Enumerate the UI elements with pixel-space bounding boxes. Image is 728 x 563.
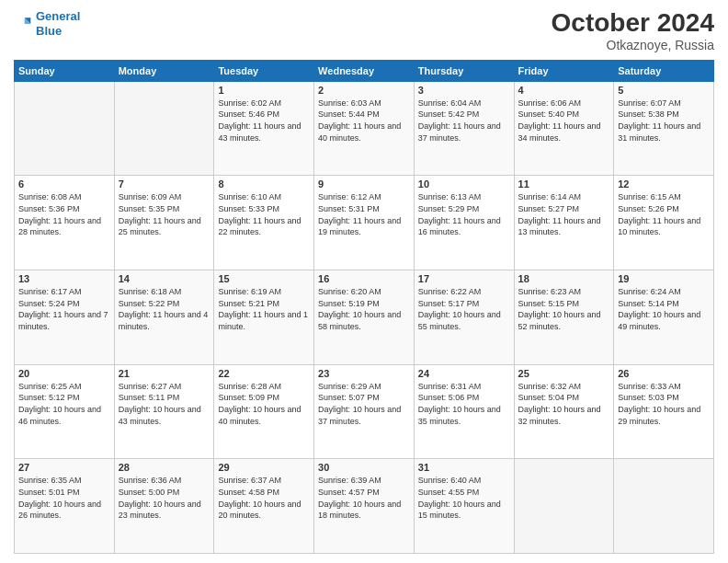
day-number: 27: [18, 462, 110, 473]
day-number: 8: [218, 178, 310, 190]
day-number: 3: [418, 85, 510, 96]
day-number: 23: [318, 368, 410, 379]
day-info: Sunrise: 6:17 AMSunset: 5:24 PMDaylight:…: [18, 286, 110, 332]
header-monday: Monday: [114, 60, 214, 81]
header-sunday: Sunday: [15, 60, 115, 81]
day-cell-0-1: [114, 81, 214, 176]
day-cell-2-3: 16 Sunrise: 6:20 AMSunset: 5:19 PMDaylig…: [314, 270, 415, 365]
day-info: Sunrise: 6:28 AMSunset: 5:09 PMDaylight:…: [218, 381, 310, 427]
day-number: 6: [18, 178, 110, 190]
day-cell-1-3: 9 Sunrise: 6:12 AMSunset: 5:31 PMDayligh…: [314, 176, 415, 270]
day-info: Sunrise: 6:06 AMSunset: 5:40 PMDaylight:…: [518, 98, 610, 144]
day-info: Sunrise: 6:35 AMSunset: 5:01 PMDaylight:…: [18, 475, 110, 521]
day-info: Sunrise: 6:10 AMSunset: 5:33 PMDaylight:…: [218, 191, 310, 237]
day-number: 28: [119, 462, 210, 473]
day-cell-4-1: 28 Sunrise: 6:36 AMSunset: 5:00 PMDaylig…: [114, 459, 214, 554]
day-number: 24: [418, 368, 510, 379]
day-number: 14: [119, 273, 210, 284]
header-wednesday: Wednesday: [314, 60, 415, 81]
day-info: Sunrise: 6:14 AMSunset: 5:27 PMDaylight:…: [518, 191, 610, 237]
day-number: 19: [618, 273, 710, 284]
day-cell-2-4: 17 Sunrise: 6:22 AMSunset: 5:17 PMDaylig…: [414, 270, 514, 365]
day-cell-2-0: 13 Sunrise: 6:17 AMSunset: 5:24 PMDaylig…: [15, 270, 115, 365]
day-number: 10: [418, 178, 510, 190]
day-info: Sunrise: 6:12 AMSunset: 5:31 PMDaylight:…: [318, 191, 410, 237]
day-info: Sunrise: 6:29 AMSunset: 5:07 PMDaylight:…: [318, 381, 410, 427]
day-info: Sunrise: 6:32 AMSunset: 5:04 PMDaylight:…: [518, 381, 610, 427]
day-cell-2-2: 15 Sunrise: 6:19 AMSunset: 5:21 PMDaylig…: [214, 270, 314, 365]
day-number: 18: [518, 273, 610, 284]
day-number: 17: [418, 273, 510, 284]
day-cell-0-6: 5 Sunrise: 6:07 AMSunset: 5:38 PMDayligh…: [614, 81, 714, 176]
page: General Blue October 2024 Otkaznoye, Rus…: [0, 0, 728, 563]
day-cell-2-6: 19 Sunrise: 6:24 AMSunset: 5:14 PMDaylig…: [614, 270, 714, 365]
day-cell-2-1: 14 Sunrise: 6:18 AMSunset: 5:22 PMDaylig…: [114, 270, 214, 365]
day-cell-3-0: 20 Sunrise: 6:25 AMSunset: 5:12 PMDaylig…: [15, 364, 115, 459]
day-number: 31: [418, 462, 510, 473]
day-cell-3-4: 24 Sunrise: 6:31 AMSunset: 5:06 PMDaylig…: [414, 364, 514, 459]
day-info: Sunrise: 6:09 AMSunset: 5:35 PMDaylight:…: [119, 191, 210, 237]
day-number: 30: [318, 462, 410, 473]
day-info: Sunrise: 6:19 AMSunset: 5:21 PMDaylight:…: [218, 286, 310, 332]
logo: General Blue: [14, 9, 80, 38]
day-cell-0-0: [15, 81, 115, 176]
day-info: Sunrise: 6:20 AMSunset: 5:19 PMDaylight:…: [318, 286, 410, 332]
title-block: October 2024 Otkaznoye, Russia: [552, 9, 714, 52]
day-number: 4: [518, 85, 610, 96]
day-info: Sunrise: 6:25 AMSunset: 5:12 PMDaylight:…: [18, 381, 110, 427]
day-number: 16: [318, 273, 410, 284]
day-info: Sunrise: 6:04 AMSunset: 5:42 PMDaylight:…: [418, 98, 510, 144]
logo-icon: [14, 15, 32, 33]
day-info: Sunrise: 6:40 AMSunset: 4:55 PMDaylight:…: [418, 475, 510, 521]
weekday-header-row: Sunday Monday Tuesday Wednesday Thursday…: [15, 60, 714, 81]
header-thursday: Thursday: [414, 60, 514, 81]
day-cell-1-6: 12 Sunrise: 6:15 AMSunset: 5:26 PMDaylig…: [614, 176, 714, 270]
day-number: 7: [119, 178, 210, 190]
day-info: Sunrise: 6:36 AMSunset: 5:00 PMDaylight:…: [119, 475, 210, 521]
day-info: Sunrise: 6:22 AMSunset: 5:17 PMDaylight:…: [418, 286, 510, 332]
day-info: Sunrise: 6:23 AMSunset: 5:15 PMDaylight:…: [518, 286, 610, 332]
day-cell-1-2: 8 Sunrise: 6:10 AMSunset: 5:33 PMDayligh…: [214, 176, 314, 270]
week-row-4: 27 Sunrise: 6:35 AMSunset: 5:01 PMDaylig…: [15, 459, 714, 554]
week-row-3: 20 Sunrise: 6:25 AMSunset: 5:12 PMDaylig…: [15, 364, 714, 459]
header-friday: Friday: [514, 60, 614, 81]
day-cell-3-1: 21 Sunrise: 6:27 AMSunset: 5:11 PMDaylig…: [114, 364, 214, 459]
month-year: October 2024: [552, 9, 714, 38]
header-saturday: Saturday: [614, 60, 714, 81]
logo-general: General: [36, 9, 80, 23]
header-tuesday: Tuesday: [214, 60, 314, 81]
day-number: 21: [119, 368, 210, 379]
week-row-2: 13 Sunrise: 6:17 AMSunset: 5:24 PMDaylig…: [15, 270, 714, 365]
week-row-0: 1 Sunrise: 6:02 AMSunset: 5:46 PMDayligh…: [15, 81, 714, 176]
day-cell-3-2: 22 Sunrise: 6:28 AMSunset: 5:09 PMDaylig…: [214, 364, 314, 459]
day-number: 29: [218, 462, 310, 473]
day-cell-0-3: 2 Sunrise: 6:03 AMSunset: 5:44 PMDayligh…: [314, 81, 415, 176]
day-number: 26: [618, 368, 710, 379]
day-info: Sunrise: 6:37 AMSunset: 4:58 PMDaylight:…: [218, 475, 310, 521]
day-number: 13: [18, 273, 110, 284]
day-info: Sunrise: 6:15 AMSunset: 5:26 PMDaylight:…: [618, 191, 710, 237]
day-cell-1-1: 7 Sunrise: 6:09 AMSunset: 5:35 PMDayligh…: [114, 176, 214, 270]
day-cell-0-2: 1 Sunrise: 6:02 AMSunset: 5:46 PMDayligh…: [214, 81, 314, 176]
day-number: 1: [218, 85, 310, 96]
header: General Blue October 2024 Otkaznoye, Rus…: [14, 9, 714, 52]
day-cell-1-4: 10 Sunrise: 6:13 AMSunset: 5:29 PMDaylig…: [414, 176, 514, 270]
day-number: 11: [518, 178, 610, 190]
day-number: 5: [618, 85, 710, 96]
day-cell-4-2: 29 Sunrise: 6:37 AMSunset: 4:58 PMDaylig…: [214, 459, 314, 554]
day-cell-0-5: 4 Sunrise: 6:06 AMSunset: 5:40 PMDayligh…: [514, 81, 614, 176]
day-number: 12: [618, 178, 710, 190]
day-number: 20: [18, 368, 110, 379]
day-cell-0-4: 3 Sunrise: 6:04 AMSunset: 5:42 PMDayligh…: [414, 81, 514, 176]
day-cell-2-5: 18 Sunrise: 6:23 AMSunset: 5:15 PMDaylig…: [514, 270, 614, 365]
week-row-1: 6 Sunrise: 6:08 AMSunset: 5:36 PMDayligh…: [15, 176, 714, 270]
day-number: 15: [218, 273, 310, 284]
day-cell-1-5: 11 Sunrise: 6:14 AMSunset: 5:27 PMDaylig…: [514, 176, 614, 270]
day-number: 2: [318, 85, 410, 96]
day-info: Sunrise: 6:08 AMSunset: 5:36 PMDaylight:…: [18, 191, 110, 237]
day-cell-3-3: 23 Sunrise: 6:29 AMSunset: 5:07 PMDaylig…: [314, 364, 415, 459]
day-info: Sunrise: 6:18 AMSunset: 5:22 PMDaylight:…: [119, 286, 210, 332]
day-info: Sunrise: 6:33 AMSunset: 5:03 PMDaylight:…: [618, 381, 710, 427]
day-info: Sunrise: 6:39 AMSunset: 4:57 PMDaylight:…: [318, 475, 410, 521]
day-number: 9: [318, 178, 410, 190]
